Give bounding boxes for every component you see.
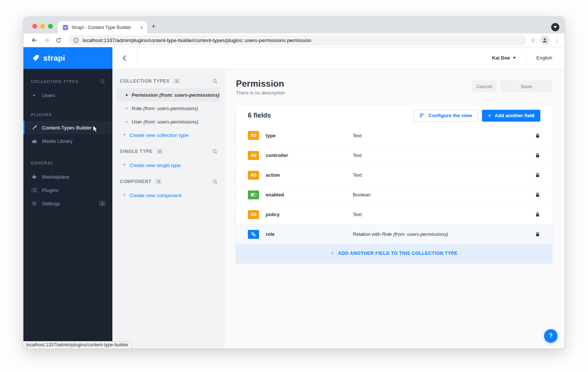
maximize-window-button[interactable] [48,24,53,29]
upload-cloud-icon [31,139,37,144]
plus-icon: + [122,131,126,138]
sidebar-item-label: Media Library [42,138,73,144]
group-count-badge: 3 [173,78,180,84]
cancel-button[interactable]: Cancel [472,80,497,92]
window-controls[interactable] [32,24,53,29]
sidebar-item-label: Users [42,93,55,98]
group-count-badge: 0 [156,149,163,154]
content-type-name: Role [132,106,142,111]
plus-icon: + [122,191,126,199]
button-label: Add another field [495,113,534,118]
search-icon[interactable] [212,79,217,84]
lock-icon [536,192,540,197]
lock-icon [536,232,540,237]
content-type-item-role[interactable]: Role (from: users-permissions) [117,102,220,115]
text-field-icon: Ab [248,171,259,180]
language-selector[interactable]: English [536,55,552,61]
paintbrush-icon [31,125,37,130]
close-window-button[interactable] [32,24,37,29]
help-button[interactable]: ? [544,329,557,343]
field-row-role[interactable]: role Relation with Role (from: users-per… [236,224,552,244]
content-type-builder-sidebar: COLLECTION TYPES 3 Permission (from: use… [112,69,225,349]
browser-menu-icon[interactable]: ⋮ [554,39,559,41]
sidebar-item-marketplace[interactable]: Marketplace [23,170,112,183]
create-link-label: Create new single type [130,163,180,168]
lock-icon [536,153,540,158]
status-bar-url: localhost:1337/admin/plugins/content-typ… [23,341,132,349]
create-collection-type-link[interactable]: + Create new collection type [117,128,220,142]
browser-profile-avatar[interactable] [540,35,550,45]
section-label: GENERAL [31,161,105,165]
create-component-link[interactable]: + Create new component [117,189,220,202]
search-icon[interactable] [212,149,217,154]
content-type-suffix: (from: users-permissions) [159,92,219,98]
url-bar[interactable]: localhost:1337/admin/plugins/content-typ… [68,35,527,45]
strapi-logo[interactable]: strapi [23,47,112,69]
bullet-icon [126,121,128,123]
content-type-suffix: (from: users-permissions) [143,119,198,125]
field-row-action[interactable]: Ab action Text [236,165,552,185]
boolean-field-icon [248,190,259,199]
configure-view-button[interactable]: Configure the view [413,110,478,122]
field-row-policy[interactable]: Ab policy Text [236,205,552,224]
content-type-item-user[interactable]: User (from: users-permissions) [117,115,220,128]
basket-icon [31,174,37,179]
back-chevron-button[interactable] [112,47,137,68]
bookmark-star-icon[interactable]: ☆ [530,37,536,44]
field-name: controller [259,153,353,158]
admin-top-bar: Kai Doe English [112,47,565,69]
browser-tab[interactable]: Strapi - Content Type Builder × [58,21,147,33]
main-sidebar: strapi COLLECTION TYPES Users PLUGINS [23,47,112,349]
fields-card: 6 fields Configure the view + Add anothe… [236,106,552,263]
sliders-icon [420,113,425,118]
sidebar-item-settings[interactable]: Settings 1 [23,197,112,210]
field-row-type[interactable]: Ab type Text [236,126,552,145]
add-another-field-button[interactable]: + Add another field [482,110,540,122]
list-icon [31,188,37,192]
sidebar-item-media-library[interactable]: Media Library [23,134,112,148]
section-label: COLLECTION TYPES [31,79,100,84]
strapi-favicon [63,25,68,30]
group-title: SINGLE TYPE [120,149,153,154]
plus-icon: + [122,161,126,169]
sidebar-item-users[interactable]: Users [23,89,112,102]
user-menu[interactable]: Kai Doe [492,55,510,61]
settings-badge: 1 [99,201,106,206]
text-field-icon: Ab [248,210,259,219]
forward-icon[interactable] [41,35,52,45]
search-icon[interactable] [100,79,105,84]
strapi-logo-text: strapi [43,54,65,62]
back-icon[interactable] [29,35,41,45]
create-link-label: Create new collection type [130,132,188,138]
browser-tab-strip: Strapi - Content Type Builder × + [23,17,565,33]
field-row-controller[interactable]: Ab controller Text [236,145,552,165]
page-subtitle: There is no description [236,90,285,96]
minimize-window-button[interactable] [40,24,45,29]
component-group-header: COMPONENT 0 [117,179,220,184]
sidebar-item-label: Plugins [42,187,58,193]
field-name: role [259,231,353,237]
sidebar-item-content-types-builder[interactable]: Content-Types Builder [23,121,112,134]
site-info-icon[interactable] [73,38,79,43]
url-text[interactable]: localhost:1337/admin/plugins/content-typ… [83,38,311,43]
collection-types-group-header: COLLECTION TYPES 3 [117,78,220,84]
field-type: Text [353,212,530,217]
tab-close-icon[interactable]: × [140,25,143,31]
content-type-item-permission[interactable]: Permission (from: users-permissions) [117,88,220,102]
save-button[interactable]: Save [501,80,552,92]
sidebar-section-plugins: PLUGINS Content-Types Builder Media Libr… [23,111,112,148]
lock-icon [536,173,540,177]
reload-icon[interactable] [52,35,64,45]
new-tab-button[interactable]: + [151,22,156,31]
add-field-banner[interactable]: + ADD ANOTHER FIELD TO THIS COLLECTION T… [236,244,552,263]
relation-field-icon [248,230,259,239]
chevron-down-icon [513,57,516,59]
plus-icon: + [488,112,491,119]
browser-update-icon[interactable] [551,23,559,31]
field-name: action [259,172,353,178]
search-icon[interactable] [212,179,217,184]
section-label: PLUGINS [31,112,105,117]
field-row-enabled[interactable]: enabled Boolean [236,185,552,205]
create-single-type-link[interactable]: + Create new single type [117,158,220,172]
sidebar-item-plugins[interactable]: Plugins [23,183,112,197]
